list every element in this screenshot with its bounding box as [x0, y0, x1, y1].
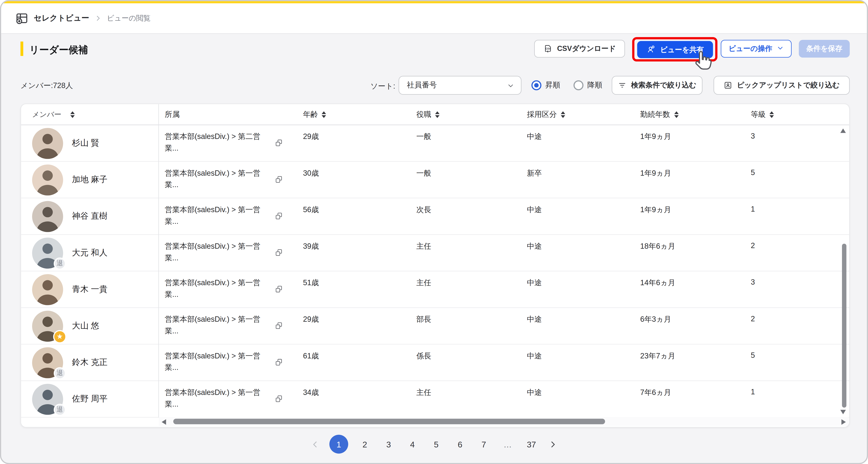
hand-pointer-cursor-icon	[691, 49, 715, 72]
column-header-label: 所属	[165, 109, 180, 120]
tenure-cell: 7年6ヵ月	[633, 381, 744, 417]
member-count: メンバー:728人	[21, 81, 73, 91]
sort-arrows-icon	[70, 111, 74, 118]
grade-cell: 2	[744, 308, 849, 344]
view-operations-label: ビューの操作	[728, 44, 772, 54]
sort-arrows-icon	[561, 111, 565, 118]
expand-icon[interactable]	[275, 248, 284, 260]
chevron-down-icon	[507, 82, 514, 89]
column-header-label: 採用区分	[527, 109, 557, 119]
person-silhouette-icon	[32, 274, 63, 305]
sort-order-descending-radio[interactable]: 降順	[574, 76, 602, 94]
table-row[interactable]: ★ 大山 悠 営業本部(salesDiv.) > 第一営業... 29歳 部長 …	[21, 308, 849, 344]
retired-badge: 退	[54, 403, 66, 416]
member-name: 神谷 直樹	[72, 211, 107, 222]
grade-cell: 1	[744, 198, 849, 234]
csv-file-icon: CSV	[543, 44, 553, 54]
column-header[interactable]: メンバー	[21, 109, 158, 119]
vertical-scrollbar-down-arrow[interactable]	[840, 410, 846, 414]
csv-download-button[interactable]: CSV CSVダウンロード	[534, 40, 625, 58]
grade-cell: 5	[744, 344, 849, 380]
column-header-label: 勤続年数	[640, 109, 670, 119]
save-conditions-button: 条件を保存	[799, 40, 850, 58]
sort-field-select[interactable]: 社員番号	[399, 76, 521, 94]
radio-selected-icon	[531, 80, 541, 90]
pagination-page-3[interactable]: 3	[381, 435, 396, 454]
avatar: 退	[32, 347, 63, 378]
expand-icon[interactable]	[275, 285, 284, 297]
expand-icon[interactable]	[275, 139, 284, 151]
grade-cell: 3	[744, 271, 849, 307]
vertical-scrollbar-up-arrow[interactable]	[840, 128, 846, 133]
expand-icon[interactable]	[275, 394, 284, 407]
sort-arrows-icon	[435, 111, 439, 118]
retired-badge: 退	[54, 367, 66, 379]
ascending-label: 昇順	[545, 80, 560, 90]
pagination-next-icon[interactable]	[548, 439, 557, 449]
age-cell: 39歳	[296, 235, 409, 271]
breadcrumb-app[interactable]: セレクトビュー	[34, 13, 89, 23]
column-header[interactable]: 役職	[409, 109, 520, 119]
pagination-page-37[interactable]: 37	[524, 435, 538, 454]
table-row[interactable]: 杉山 賢 営業本部(salesDiv.) > 第二営業... 29歳 一般 中途…	[21, 125, 849, 162]
grade-cell: 1	[744, 381, 849, 417]
table-row[interactable]: 退 大元 和人 営業本部(salesDiv.) > 第一営業... 39歳 主任…	[21, 235, 849, 271]
column-header[interactable]: 年齢	[296, 109, 409, 119]
expand-icon[interactable]	[275, 175, 284, 187]
org-path: 営業本部(salesDiv.) > 第一営業...	[165, 277, 263, 300]
table-row[interactable]: 退 鈴木 克正 営業本部(salesDiv.) > 第一営業... 61歳 係長…	[21, 344, 849, 381]
top-accent-bar	[1, 1, 867, 3]
table-row[interactable]: 加地 麻子 営業本部(salesDiv.) > 第一営業... 30歳 一般 新…	[21, 162, 849, 198]
view-operations-button[interactable]: ビューの操作	[721, 40, 792, 58]
expand-icon[interactable]	[275, 321, 284, 334]
table-body: 杉山 賢 営業本部(salesDiv.) > 第二営業... 29歳 一般 中途…	[21, 125, 849, 418]
column-header: 所属	[158, 109, 296, 120]
org-path: 営業本部(salesDiv.) > 第一営業...	[165, 350, 263, 373]
pagination-page-5[interactable]: 5	[429, 435, 443, 454]
filter-by-condition-button[interactable]: 検索条件で絞り込む	[612, 76, 703, 94]
svg-text:CSV: CSV	[546, 47, 551, 50]
pagination-page-4[interactable]: 4	[405, 435, 420, 454]
filter-by-pickup-list-button[interactable]: ピックアップリストで絞り込む	[714, 76, 850, 94]
position-cell: 次長	[409, 198, 520, 234]
horizontal-scrollbar-left-arrow[interactable]	[161, 419, 166, 425]
member-name: 佐野 周平	[72, 394, 107, 404]
pagination: 1234567…37	[1, 435, 867, 454]
tenure-cell: 18年6ヵ月	[633, 235, 744, 271]
column-header[interactable]: 等級	[744, 109, 849, 119]
tenure-cell: 6年3ヵ月	[633, 308, 744, 344]
sort-order-ascending-radio[interactable]: 昇順	[531, 76, 560, 94]
position-cell: 一般	[409, 162, 520, 198]
vertical-scrollbar-thumb[interactable]	[842, 244, 846, 408]
member-name: 大山 悠	[72, 321, 99, 331]
breadcrumb-current: ビューの閲覧	[107, 13, 150, 23]
person-silhouette-icon	[32, 128, 63, 159]
table-row[interactable]: 青木 一貴 営業本部(salesDiv.) > 第一営業... 51歳 主任 中…	[21, 271, 849, 308]
horizontal-scrollbar-thumb[interactable]	[173, 418, 605, 424]
table-row[interactable]: 神谷 直樹 営業本部(salesDiv.) > 第一営業... 56歳 次長 中…	[21, 198, 849, 235]
column-header[interactable]: 採用区分	[520, 109, 633, 119]
recruit-type-cell: 中途	[520, 271, 633, 307]
horizontal-scrollbar-right-arrow[interactable]	[841, 419, 846, 425]
recruit-type-cell: 中途	[520, 125, 633, 161]
expand-icon[interactable]	[275, 358, 284, 370]
sort-arrows-icon	[322, 111, 326, 118]
table-header-row: メンバー 所属 年齢 役職 採用区分 勤続年数 等級	[21, 104, 849, 125]
avatar: 退	[32, 237, 63, 268]
tenure-cell: 1年9ヵ月	[633, 162, 744, 198]
org-path: 営業本部(salesDiv.) > 第一営業...	[165, 313, 263, 337]
pagination-page-2[interactable]: 2	[358, 435, 372, 454]
tenure-cell: 1年9ヵ月	[633, 125, 744, 161]
descending-label: 降順	[587, 80, 602, 90]
expand-icon[interactable]	[275, 211, 284, 224]
pagination-prev-icon[interactable]	[311, 439, 320, 449]
pagination-page-1[interactable]: 1	[330, 435, 348, 454]
filter-by-condition-label: 検索条件で絞り込む	[631, 80, 696, 90]
csv-download-label: CSVダウンロード	[557, 44, 616, 54]
column-header[interactable]: 勤続年数	[633, 109, 744, 119]
pagination-page-7[interactable]: 7	[476, 435, 491, 454]
pagination-page-6[interactable]: 6	[453, 435, 467, 454]
age-cell: 29歳	[296, 308, 409, 344]
recruit-type-cell: 中途	[520, 308, 633, 344]
table-row[interactable]: 退 佐野 周平 営業本部(salesDiv.) > 第一営業... 34歳 主任…	[21, 381, 849, 417]
